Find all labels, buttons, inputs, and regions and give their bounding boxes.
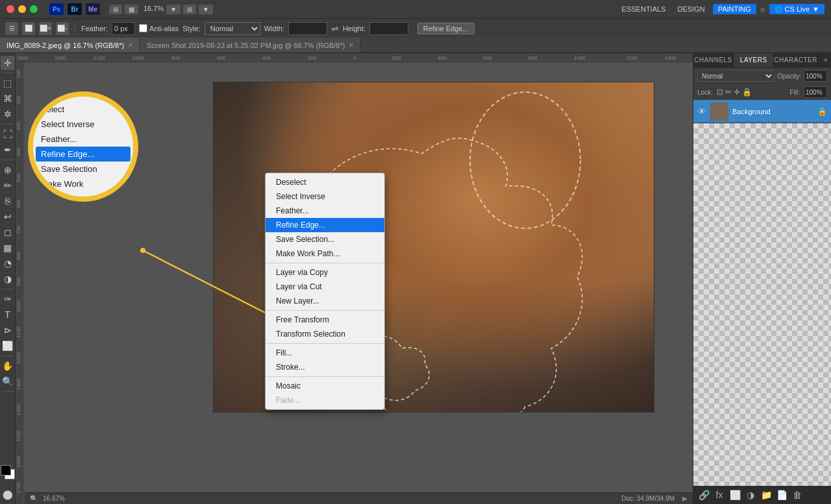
cs-live-button[interactable]: 🌐 CS Live ▼ [769, 4, 825, 14]
view-btn-5[interactable]: ▼ [199, 5, 213, 14]
lock-move-icon[interactable]: ✛ [734, 88, 740, 97]
menu-make-work-path[interactable]: Make Work Path... [266, 246, 384, 261]
close-button[interactable] [6, 5, 14, 13]
refine-edge-button[interactable]: Refine Edge... [417, 23, 475, 34]
menu-layer-via-cut[interactable]: Layer via Cut [266, 280, 384, 294]
add-mask-icon[interactable]: ⬜ [728, 488, 741, 501]
layers-actions: 🔗 fx ⬜ ◑ 📁 📄 🗑 [693, 486, 831, 504]
fx-icon[interactable]: fx [713, 488, 726, 501]
view-btn-2[interactable]: ▦ [125, 5, 138, 14]
view-btn-4[interactable]: ⊞ [183, 5, 196, 14]
new-group-icon[interactable]: 📁 [760, 488, 773, 501]
menu-stroke[interactable]: Stroke... [266, 360, 384, 374]
lock-icons: ⊡ ✏ ✛ 🔒 [717, 88, 752, 97]
svg-text:300: 300 [16, 121, 21, 130]
height-input[interactable] [369, 22, 408, 35]
zoom-tool[interactable]: 🔍 [1, 374, 15, 389]
opacity-input[interactable] [804, 70, 827, 82]
tab-screenshot-close[interactable]: ✕ [349, 42, 354, 49]
canvas-container[interactable]: Select Select Inverse Feather... Refine … [25, 62, 693, 504]
magnifier-inner: Select Select Inverse Feather... Refine … [33, 97, 133, 197]
marquee-tool[interactable]: ⬚ [1, 76, 15, 90]
menu-deselect[interactable]: Deselect [266, 175, 384, 189]
antialias-checkbox[interactable] [139, 24, 147, 32]
quick-select-tool[interactable]: ✲ [1, 107, 15, 121]
lock-transparent-icon[interactable]: ⊡ [717, 88, 723, 97]
new-layer-icon[interactable]: 📄 [775, 488, 788, 501]
width-input[interactable] [288, 22, 327, 35]
feather-input[interactable] [112, 22, 135, 35]
menu-mosaic[interactable]: Mosaic [266, 379, 384, 393]
lock-all-icon[interactable]: 🔒 [742, 88, 752, 97]
maximize-button[interactable] [30, 5, 38, 13]
history-brush-tool[interactable]: ↩ [1, 210, 15, 224]
menu-sep-1 [266, 263, 384, 263]
swap-icon[interactable]: ⇌ [331, 23, 339, 34]
menu-save-selection[interactable]: Save Selection... [266, 232, 384, 246]
tab-screenshot[interactable]: Screen Shot 2019-08-23 at 5.25.02 PM.jpg… [140, 38, 361, 53]
brush-tool[interactable]: ✏ [1, 178, 15, 193]
gradient-tool[interactable]: ▦ [1, 241, 15, 255]
eraser-tool[interactable]: ◻ [1, 225, 15, 239]
path-select-tool[interactable]: ⊳ [1, 323, 15, 337]
toolbar-separator-5 [2, 355, 14, 356]
tab-img-8089[interactable]: IMG_8089-2.jpeg @ 16.7% (RGB/8*) ✕ [0, 38, 140, 53]
menu-fill[interactable]: Fill... [266, 346, 384, 360]
foreground-color-swatch[interactable] [1, 465, 11, 475]
add-selection-icon[interactable]: ⬜+ [39, 22, 52, 35]
move-tool[interactable]: ✛ [1, 56, 15, 70]
lock-image-icon[interactable]: ✏ [725, 88, 732, 97]
svg-text:200: 200 [16, 95, 21, 104]
shape-tool[interactable]: ⬜ [1, 339, 15, 353]
eyedropper-tool[interactable]: ✒ [1, 143, 15, 157]
new-selection-icon[interactable]: ⬜ [22, 22, 35, 35]
bridge-icon[interactable]: Br [68, 3, 82, 15]
workspace-essentials[interactable]: ESSENTIALS [618, 4, 670, 14]
more-workspaces-icon[interactable]: » [760, 4, 765, 14]
panel-tabs-close[interactable]: ✕ [821, 53, 831, 67]
menu-transform-selection[interactable]: Transform Selection [266, 327, 384, 341]
fill-input[interactable] [804, 86, 827, 98]
photoshop-icon[interactable]: Ps [49, 3, 64, 15]
panel-tab-character[interactable]: CHARACTER [774, 53, 818, 67]
quick-mask-tool[interactable]: ⬤ [1, 487, 15, 501]
menu-layer-via-copy[interactable]: Layer via Copy [266, 265, 384, 280]
svg-text:400: 400 [16, 147, 21, 156]
menu-new-layer[interactable]: New Layer... [266, 294, 384, 308]
hand-tool[interactable]: ✋ [1, 359, 15, 373]
subtract-selection-icon[interactable]: ⬜- [56, 22, 69, 35]
menu-feather[interactable]: Feather... [266, 204, 384, 218]
pen-tool[interactable]: ✑ [1, 292, 15, 306]
text-tool[interactable]: T [1, 307, 15, 322]
svg-text:1500: 1500 [16, 430, 21, 442]
scroll-right-icon[interactable]: ▶ [682, 495, 688, 502]
view-btn-1[interactable]: ⊞ [109, 5, 122, 14]
workspace-buttons: ESSENTIALS DESIGN PAINTING » 🌐 CS Live ▼ [618, 4, 825, 14]
blend-mode-select[interactable]: Normal [697, 70, 775, 82]
adjustment-layer-icon[interactable]: ◑ [744, 488, 757, 501]
stamp-tool[interactable]: ⎘ [1, 194, 15, 208]
workspace-painting[interactable]: PAINTING [713, 4, 756, 14]
layer-visibility-icon[interactable]: 👁 [697, 106, 706, 117]
view-btn-3[interactable]: ▼ [166, 5, 180, 14]
tab-img-8089-close[interactable]: ✕ [128, 42, 133, 49]
style-select[interactable]: Normal Fixed Ratio Fixed Size [205, 22, 260, 35]
layer-item-background[interactable]: 👁 Background 🔒 [693, 100, 831, 123]
menu-refine-edge[interactable]: Refine Edge... [266, 218, 384, 232]
delete-layer-icon[interactable]: 🗑 [791, 488, 804, 501]
dodge-tool[interactable]: ◑ [1, 272, 15, 286]
healing-tool[interactable]: ⊕ [1, 163, 15, 177]
crop-tool[interactable]: ⛶ [1, 127, 15, 141]
tool-options-icon[interactable]: ☰ [5, 22, 18, 35]
media-encoder-icon[interactable]: Me [86, 3, 100, 15]
zoom-icon[interactable]: 🔍 [30, 495, 38, 502]
menu-free-transform[interactable]: Free Transform [266, 313, 384, 327]
blur-tool[interactable]: ◔ [1, 256, 15, 270]
minimize-button[interactable] [18, 5, 26, 13]
panel-tab-channels[interactable]: CHANNELS [693, 53, 734, 67]
workspace-design[interactable]: DESIGN [673, 4, 708, 14]
link-layers-icon[interactable]: 🔗 [697, 488, 710, 501]
panel-tab-layers[interactable]: LAYERS [734, 53, 774, 67]
menu-select-inverse[interactable]: Select Inverse [266, 189, 384, 204]
lasso-tool[interactable]: ⌘ [1, 91, 15, 106]
